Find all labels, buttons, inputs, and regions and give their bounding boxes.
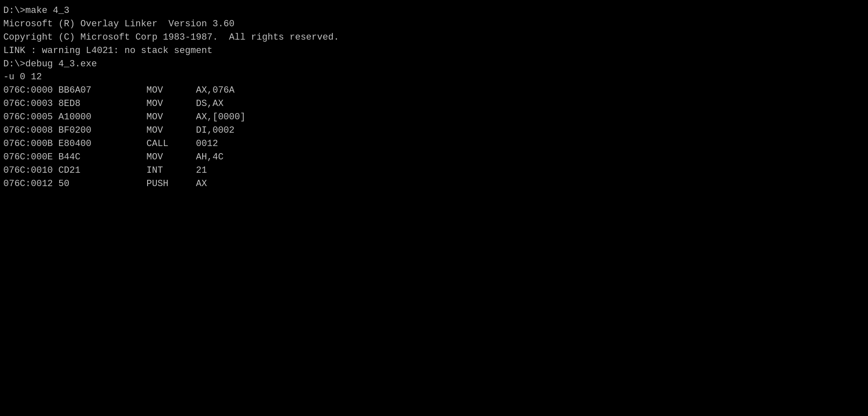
asm2: 076C:0003 8ED8 MOV DS,AX	[3, 97, 865, 111]
asm3: 076C:0005 A10000 MOV AX,[0000]	[3, 111, 865, 124]
linker-name: Microsoft (R) Overlay Linker Version 3.6…	[3, 18, 865, 31]
cmd-u: -u 0 12	[3, 71, 865, 84]
asm1: 076C:0000 BB6A07 MOV AX,076A	[3, 84, 865, 97]
asm4: 076C:0008 BF0200 MOV DI,0002	[3, 124, 865, 137]
asm7: 076C:0010 CD21 INT 21	[3, 164, 865, 177]
terminal-window: D:\>make 4_3Microsoft (R) Overlay Linker…	[3, 4, 865, 190]
asm8: 076C:0012 50 PUSH AX	[3, 177, 865, 191]
asm6: 076C:000E B44C MOV AH,4C	[3, 151, 865, 164]
cmd-debug: D:\>debug 4_3.exe	[3, 58, 865, 71]
asm5: 076C:000B E80400 CALL 0012	[3, 137, 865, 151]
copyright: Copyright (C) Microsoft Corp 1983-1987. …	[3, 31, 865, 44]
warning: LINK : warning L4021: no stack segment	[3, 44, 865, 58]
cmd-make: D:\>make 4_3	[3, 4, 865, 18]
